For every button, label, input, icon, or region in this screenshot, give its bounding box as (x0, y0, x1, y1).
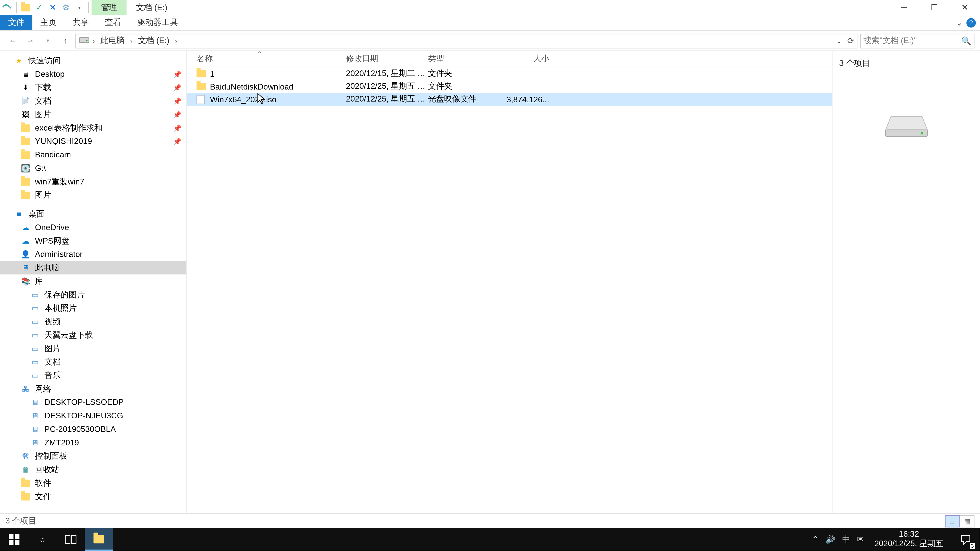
nav-back-button[interactable]: ← (5, 33, 20, 48)
app-icon[interactable] (1, 1, 13, 13)
nav-library-item[interactable]: ▭保存的图片 (0, 288, 186, 302)
search-icon[interactable]: 🔍 (961, 36, 971, 45)
file-list[interactable]: 12020/12/15, 星期二 1...文件夹BaiduNetdiskDown… (187, 67, 832, 513)
nav-item-label: Bandicam (35, 150, 71, 159)
help-icon[interactable]: ? (966, 18, 976, 27)
nav-libraries[interactable]: 📚库 (0, 275, 186, 288)
nav-library-item[interactable]: ▭视频 (0, 315, 186, 328)
view-icons-button[interactable]: ▦ (959, 515, 974, 527)
taskbar-file-explorer[interactable] (85, 528, 113, 551)
nav-forward-button[interactable]: → (23, 33, 38, 48)
minimize-button[interactable]: ─ (889, 0, 919, 15)
nav-this-pc[interactable]: 🖥此电脑 (0, 261, 186, 275)
nav-qa-item[interactable]: 图片 (0, 188, 186, 202)
search-button[interactable]: ⌕ (28, 528, 57, 551)
nav-network-computer[interactable]: 🖥ZMT2019 (0, 436, 186, 449)
nav-qa-item[interactable]: Bandicam (0, 148, 186, 162)
column-headers[interactable]: 名称⌃ 修改日期 类型 大小 (187, 51, 832, 67)
column-type[interactable]: 类型 (428, 53, 495, 65)
taskbar[interactable]: ⌕ ⌃ 🔊 中 ✉ 16:32 2020/12/25, 星期五 3 (0, 528, 980, 551)
nav-qa-item[interactable]: win7重装win7 (0, 175, 186, 189)
nav-item-label: win7重装win7 (35, 176, 84, 187)
chevron-right-icon[interactable]: › (175, 36, 178, 45)
nav-network-computer[interactable]: 🖥DESKTOP-LSSOEDP (0, 395, 186, 409)
nav-network-computer[interactable]: 🖥DESKTOP-NJEU3CG (0, 409, 186, 422)
file-date: 2020/12/15, 星期二 1... (346, 68, 428, 79)
nav-network-computer[interactable]: 🖥PC-20190530OBLA (0, 422, 186, 436)
navigation-pane[interactable]: ★快速访问 🖥Desktop📌⬇下载📌📄文档📌🖼图片📌excel表格制作求和📌Y… (0, 51, 187, 513)
nav-desktop-root[interactable]: ■桌面 (0, 207, 186, 221)
nav-recycle-bin[interactable]: 🗑回收站 (0, 463, 186, 476)
nav-quick-access[interactable]: ★快速访问 (0, 54, 186, 67)
breadcrumb-bar[interactable]: › 此电脑 › 文档 (E:) › ⌄ ⟳ (75, 33, 857, 48)
address-dropdown-icon[interactable]: ⌄ (837, 37, 842, 44)
ribbon-home-tab[interactable]: 主页 (32, 15, 65, 30)
nav-qa-item[interactable]: 📄文档📌 (0, 94, 186, 108)
ribbon-expand-icon[interactable]: ⌄ (956, 18, 963, 27)
nav-qa-item[interactable]: YUNQISHI2019📌 (0, 135, 186, 148)
view-details-button[interactable]: ☰ (945, 515, 959, 527)
nav-library-item[interactable]: ▭图片 (0, 342, 186, 355)
nav-qa-item[interactable]: excel表格制作求和📌 (0, 121, 186, 135)
nav-item-label: Desktop (35, 69, 65, 79)
ribbon-view-tab[interactable]: 查看 (97, 15, 129, 30)
maximize-button[interactable]: ☐ (919, 0, 950, 15)
chevron-right-icon[interactable]: › (130, 36, 133, 45)
nav-wps[interactable]: ☁WPS网盘 (0, 234, 186, 248)
qat-close-icon[interactable]: ✕ (46, 1, 59, 13)
file-row[interactable]: 12020/12/15, 星期二 1...文件夹 (187, 67, 832, 80)
nav-library-item[interactable]: ▭文档 (0, 355, 186, 368)
nav-recent-dropdown[interactable]: ▾ (40, 33, 55, 48)
computer-icon: 🖥 (20, 262, 31, 273)
nav-library-item[interactable]: ▭本机照片 (0, 301, 186, 315)
nav-library-item[interactable]: ▭天翼云盘下载 (0, 328, 186, 342)
iso-icon (197, 94, 210, 104)
column-size[interactable]: 大小 (495, 53, 549, 65)
nav-files[interactable]: 文件 (0, 490, 186, 503)
contextual-tab-manage[interactable]: 管理 (92, 0, 127, 15)
ribbon-share-tab[interactable]: 共享 (65, 15, 97, 30)
nav-control-panel[interactable]: 🛠控制面板 (0, 449, 186, 463)
nav-qa-item[interactable]: 🖥Desktop📌 (0, 67, 186, 81)
refresh-icon[interactable]: ⟳ (847, 36, 854, 45)
ribbon-drive-tools-tab[interactable]: 驱动器工具 (129, 15, 186, 30)
qat-check-icon[interactable]: ✓ (33, 1, 45, 13)
nav-onedrive[interactable]: ☁OneDrive (0, 221, 186, 234)
star-icon: ★ (14, 55, 24, 66)
action-center-button[interactable]: 3 (954, 528, 977, 551)
nav-qa-item[interactable]: ⬇下载📌 (0, 81, 186, 94)
nav-software[interactable]: 软件 (0, 476, 186, 490)
ribbon-file-tab[interactable]: 文件 (0, 15, 32, 30)
tray-ime-indicator[interactable]: 中 (842, 534, 850, 545)
folder-icon (197, 83, 210, 90)
file-date: 2020/12/25, 星期五 1... (346, 81, 428, 92)
nav-up-button[interactable]: ↑ (58, 33, 73, 48)
column-name[interactable]: 名称⌃ (197, 53, 346, 65)
pin-icon: 📌 (173, 124, 181, 132)
start-button[interactable] (0, 528, 28, 551)
nav-qa-item[interactable]: 🖼图片📌 (0, 108, 186, 121)
file-row[interactable]: BaiduNetdiskDownload2020/12/25, 星期五 1...… (187, 80, 832, 93)
qat-settings-icon[interactable]: ⚙ (60, 1, 72, 13)
tray-mail-icon[interactable]: ✉ (857, 535, 864, 544)
pin-icon: 📌 (173, 111, 181, 118)
breadcrumb-drive[interactable]: 文档 (E:) (135, 35, 172, 46)
column-date[interactable]: 修改日期 (346, 53, 428, 65)
nav-network[interactable]: 🖧网络 (0, 382, 186, 395)
nav-library-item[interactable]: ▭音乐 (0, 368, 186, 382)
chevron-right-icon[interactable]: › (92, 36, 95, 45)
file-row[interactable]: Win7x64_2020.iso2020/12/25, 星期五 1...光盘映像… (187, 93, 832, 106)
qat-folder-icon[interactable] (19, 1, 32, 13)
tray-overflow-icon[interactable]: ⌃ (812, 535, 818, 544)
close-button[interactable]: ✕ (950, 0, 980, 15)
recycle-icon: 🗑 (20, 464, 31, 475)
tray-volume-icon[interactable]: 🔊 (825, 535, 835, 544)
nav-qa-item[interactable]: 💽G:\ (0, 162, 186, 175)
breadcrumb-this-pc[interactable]: 此电脑 (97, 35, 127, 46)
computer-icon: 🖥 (30, 424, 40, 434)
qat-dropdown-icon[interactable]: ▾ (73, 1, 85, 13)
search-input[interactable]: 搜索"文档 (E:)" 🔍 (860, 33, 974, 48)
nav-administrator[interactable]: 👤Administrator (0, 248, 186, 261)
task-view-button[interactable] (57, 528, 85, 551)
taskbar-clock[interactable]: 16:32 2020/12/25, 星期五 (870, 530, 948, 549)
